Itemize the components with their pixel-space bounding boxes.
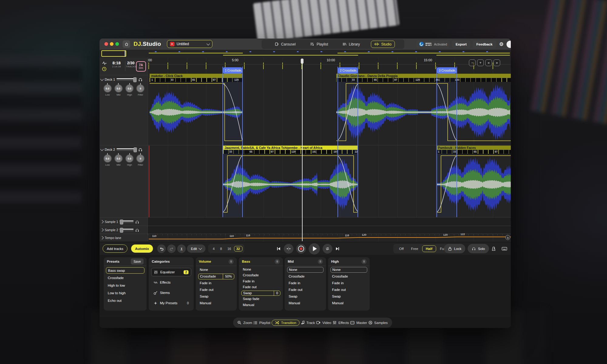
record-button[interactable]: [296, 244, 306, 254]
loop-button[interactable]: [323, 244, 332, 254]
high-fade-out[interactable]: Fade out: [331, 287, 367, 293]
bass-fade-out[interactable]: Fade out: [241, 285, 280, 290]
mid-fade-out[interactable]: Fade out: [287, 287, 324, 293]
beat-jump-16[interactable]: 16: [225, 247, 234, 251]
bass-fade-in[interactable]: Fade in: [241, 279, 280, 284]
preset-crossfade[interactable]: Crossfade: [106, 275, 144, 281]
sample2-row[interactable]: Sample 2: [101, 227, 147, 233]
panel-tab-samples[interactable]: Samples: [368, 321, 388, 325]
metronome-button[interactable]: [490, 244, 498, 253]
bass-none[interactable]: None: [241, 267, 280, 272]
feedback-button[interactable]: Feedback: [473, 40, 496, 48]
crossfade-label[interactable]: 2 Crossfade, Sw: [338, 67, 358, 74]
volume-fade-in[interactable]: Fade in: [198, 280, 234, 286]
volume-fade-out[interactable]: Fade out: [198, 287, 234, 293]
scroll-right-button[interactable]: »: [493, 59, 500, 66]
tab-playlist[interactable]: Playlist: [307, 41, 331, 48]
lock-button[interactable]: Lock: [444, 244, 465, 253]
play-button[interactable]: [309, 243, 320, 254]
panel-tab-video[interactable]: Video: [316, 321, 331, 325]
category-equalizer[interactable]: Equalizer 2: [151, 268, 191, 276]
panel-tab-master[interactable]: Master: [350, 321, 367, 325]
split-button[interactable]: ✂: [177, 244, 186, 253]
sample1-row[interactable]: Sample 1: [101, 218, 147, 225]
panel-tab-track[interactable]: Track: [301, 321, 315, 325]
add-tracks-button[interactable]: Add tracks: [103, 244, 127, 253]
mid-none[interactable]: None: [287, 267, 324, 273]
deck1-low-knob[interactable]: 0.0Low: [102, 84, 113, 96]
deck2-header[interactable]: Deck 2: [101, 147, 147, 153]
bass-crossfade[interactable]: Crossfade: [241, 273, 280, 278]
bass-manual[interactable]: Manual: [241, 302, 280, 308]
volume-none[interactable]: None: [198, 267, 234, 273]
high-none[interactable]: None: [331, 267, 367, 273]
crossfade-label[interactable]: 3 Crossfade, S: [437, 67, 456, 74]
deck2-filter-knob[interactable]: 0Filter: [135, 154, 146, 166]
close-window-button[interactable]: [104, 42, 108, 46]
sample1-headphones-icon[interactable]: [135, 220, 139, 224]
panel-tab-playlist[interactable]: Playlist: [253, 321, 270, 325]
tab-studio[interactable]: Studio: [371, 41, 395, 48]
bass-swap[interactable]: Swap 0: [241, 291, 280, 296]
sync-off[interactable]: Off: [396, 247, 407, 251]
project-selector[interactable]: Untitled: [167, 40, 212, 48]
automix-button[interactable]: Automix: [131, 244, 153, 253]
beat-jump-4[interactable]: 4: [210, 247, 217, 251]
autogain-badge[interactable]: a: [505, 235, 510, 240]
category-stems[interactable]: Stems: [151, 288, 191, 297]
minimize-window-button[interactable]: [110, 42, 114, 46]
crossfade-region-3[interactable]: 3 Crossfade, S: [436, 67, 457, 217]
snap-to-playhead-button[interactable]: [284, 244, 293, 254]
home-button[interactable]: [123, 40, 130, 48]
beat-jump-8[interactable]: 8: [217, 247, 225, 251]
crossfade-region-1[interactable]: 1 Crossfade, Sw: [222, 67, 243, 217]
category-my-presets[interactable]: My Presets 0: [151, 299, 191, 307]
deck1-header[interactable]: Deck 1: [101, 76, 147, 83]
sample2-headphones-icon[interactable]: [135, 228, 139, 232]
high-manual[interactable]: Manual: [331, 300, 367, 306]
playhead-handle[interactable]: [301, 59, 304, 64]
crossfade-region-2[interactable]: 2 Crossfade, Sw: [337, 67, 358, 217]
panel-tab-zoom[interactable]: Zoom: [237, 321, 252, 325]
deck2-low-knob[interactable]: 0.0Low: [102, 154, 113, 166]
undo-button[interactable]: [157, 244, 166, 253]
scroll-left-button[interactable]: «: [485, 59, 492, 66]
tab-library[interactable]: Library: [339, 41, 363, 48]
deck2-high-knob[interactable]: 0.0High: [124, 154, 135, 166]
high-crossfade[interactable]: Crossfade: [331, 274, 367, 279]
sample1-volume-fader[interactable]: [120, 220, 134, 223]
edit-menu-button[interactable]: Edit: [187, 244, 205, 253]
preset-bass-swap[interactable]: Bass swap: [106, 267, 144, 274]
key-indicator[interactable]: 7ADm: [136, 61, 146, 72]
playhead[interactable]: [302, 59, 303, 241]
volume-swap[interactable]: Swap: [198, 294, 234, 299]
deck1-mid-knob[interactable]: 0.0Mid: [113, 84, 124, 96]
skip-to-end-button[interactable]: [335, 246, 340, 251]
mid-solo-badge[interactable]: S: [318, 259, 323, 264]
keyboard-shortcuts-button[interactable]: [500, 244, 508, 253]
panel-tab-effects[interactable]: Effects: [333, 321, 349, 325]
solo-button[interactable]: Solo: [468, 244, 489, 253]
zoom-out-button[interactable]: −: [469, 59, 476, 66]
mixed-in-key-chip[interactable]: MIXEDIN KEY Activated: [416, 40, 449, 48]
volume-solo-badge[interactable]: S: [229, 259, 234, 264]
preset-low-to-high[interactable]: Low to high: [106, 290, 144, 296]
sample1-lane[interactable]: [148, 217, 511, 226]
panel-tab-transition[interactable]: Transition: [272, 320, 300, 326]
volume-crossfade-value[interactable]: 50%: [223, 274, 234, 279]
volume-crossfade[interactable]: Crossfade 50%: [198, 274, 234, 279]
avatar[interactable]: [507, 41, 511, 48]
high-solo-badge[interactable]: S: [361, 259, 367, 264]
volume-manual[interactable]: Manual: [198, 300, 234, 306]
mid-crossfade[interactable]: Crossfade: [287, 274, 324, 279]
export-button[interactable]: Export: [452, 40, 470, 48]
mid-swap[interactable]: Swap: [287, 294, 324, 299]
bass-solo-badge[interactable]: S: [275, 259, 280, 264]
high-swap[interactable]: Swap: [331, 294, 367, 299]
settings-gear-button[interactable]: ⚙: [499, 40, 504, 48]
tempo-lane-row[interactable]: Tempo lane: [101, 234, 147, 241]
preset-high-to-low[interactable]: High to low: [106, 282, 144, 289]
maximize-window-button[interactable]: [115, 42, 119, 46]
track-title-claudio[interactable]: Claudio Giordano - Danza Della Pioggia: [336, 74, 511, 78]
bass-swap-value[interactable]: 0: [274, 291, 280, 296]
